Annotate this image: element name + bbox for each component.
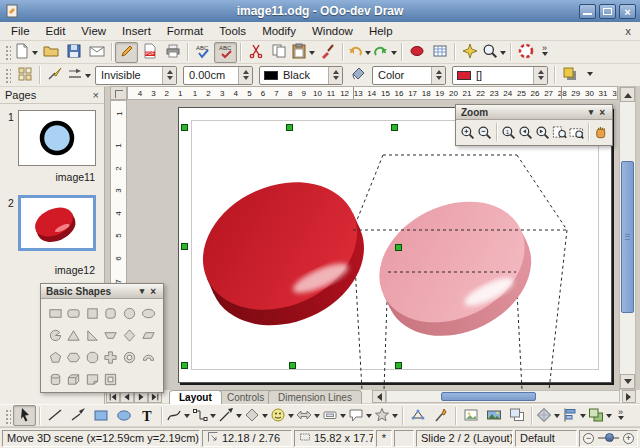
toolbar-overflow-button[interactable]: » [613,405,628,426]
circle-shape-button[interactable] [121,303,139,323]
zoom-in-button[interactable]: + [623,433,634,444]
spinner[interactable] [238,67,252,84]
palette-dropdown-button[interactable]: ▾ [136,286,149,296]
cylinder-shape-button[interactable] [46,369,64,389]
horizontal-ruler[interactable]: 4321123456789101112131415161718192021222… [127,86,618,100]
points-button[interactable] [406,405,429,426]
selection-handle[interactable] [181,124,188,131]
export-pdf-button[interactable]: PDF [138,42,161,63]
rounded-rectangle-shape-button[interactable] [65,303,83,323]
selection-handle[interactable] [181,362,188,369]
3d-objects-button[interactable] [535,405,561,426]
ellipse-shape-button[interactable] [139,303,157,323]
ellipse-button[interactable] [112,405,135,426]
cube-shape-button[interactable] [65,369,83,389]
minimize-button[interactable] [579,4,596,19]
shadow-button[interactable] [558,65,581,86]
undo-button[interactable] [346,42,372,63]
save-floppy-button[interactable] [62,42,85,63]
callouts-button[interactable] [347,405,373,426]
open-folder-button[interactable] [39,42,62,63]
zoom-previous-button[interactable] [517,123,534,142]
select-button[interactable] [13,405,36,426]
zoom-in-button[interactable] [459,123,476,142]
pink-disc-preview[interactable] [359,178,551,359]
selection-handle[interactable] [286,124,293,131]
selection-handle[interactable] [391,124,398,131]
gallery-button[interactable] [482,405,505,426]
redo-button[interactable] [372,42,398,63]
block-arc-shape-button[interactable] [139,347,157,367]
navigator-button[interactable] [458,42,481,63]
print-button[interactable] [161,42,184,63]
arrowheads-button[interactable] [66,65,92,86]
selection-handle[interactable] [395,362,402,369]
lines-arrows-button[interactable] [217,405,243,426]
fill-color-combo[interactable]: [] [452,66,548,85]
scroll-down-button[interactable] [620,374,635,389]
spinner[interactable] [533,67,547,84]
selection-handle[interactable] [395,244,402,251]
toolbar-options-button[interactable] [581,65,596,86]
menu-help[interactable]: Help [361,24,401,39]
zoom-slider[interactable]: − + [579,430,638,447]
scroll-left-button[interactable] [372,390,386,403]
spinner[interactable] [431,67,445,84]
shapes-palette-titlebar[interactable]: Basic Shapes ▾ × [41,284,163,299]
document-close-button[interactable]: x [616,25,640,37]
zoom-slider-track[interactable] [598,437,619,439]
menu-insert[interactable]: Insert [114,24,159,39]
octagon-shape-button[interactable] [83,347,101,367]
rectangle-button[interactable] [89,405,112,426]
clone-button[interactable] [505,405,528,426]
spinner[interactable] [328,67,342,84]
toolbar-grip[interactable] [4,408,11,424]
tab-controls[interactable]: Controls [217,390,274,404]
right-triangle-shape-button[interactable] [83,325,101,345]
entire-page-button[interactable] [551,123,568,142]
zoom-next-button[interactable] [534,123,551,142]
close-button[interactable]: × [619,4,636,19]
stars-button[interactable] [373,405,399,426]
line-width-spinner[interactable]: 0.00cm [183,66,253,85]
arrange-button[interactable] [587,405,613,426]
shift-button[interactable] [592,123,609,142]
help-button[interactable] [514,42,537,63]
chart-button[interactable] [405,42,428,63]
fill-type-combo[interactable]: Color [372,66,446,85]
line-color-combo[interactable]: Black [259,66,343,85]
spinner[interactable] [162,67,176,84]
menu-tools[interactable]: Tools [211,24,254,39]
status-position[interactable]: 12.18 / 2.76 [202,430,292,447]
selection-handle[interactable] [181,243,188,250]
horizontal-scroll-thumb[interactable] [441,392,536,401]
new-document-button[interactable] [13,42,39,63]
toolbar-overflow-button[interactable]: » [537,42,552,63]
page-thumbnail-2[interactable] [18,195,96,251]
frame-shape-button[interactable] [102,369,120,389]
zoom-out-button[interactable]: − [583,433,594,444]
menu-edit[interactable]: Edit [38,24,74,39]
curve-button[interactable] [165,405,191,426]
scroll-up-button[interactable] [620,87,635,102]
zoom-palette-titlebar[interactable]: Zoom ▾ × [456,105,612,120]
cross-shape-button[interactable] [102,347,120,367]
rectangle-shape-button[interactable] [46,303,64,323]
palette-dropdown-button[interactable]: ▾ [585,107,598,117]
copy-button[interactable] [267,42,290,63]
cut-button[interactable] [244,42,267,63]
palette-close-button[interactable]: × [597,107,607,118]
vertical-scroll-thumb[interactable] [621,161,634,313]
spellcheck-button[interactable]: ABC [191,42,214,63]
basic-shapes-button[interactable] [243,405,269,426]
flowchart-button[interactable] [321,405,347,426]
trapezoid-shape-button[interactable] [102,325,120,345]
rounded-square-shape-button[interactable] [102,303,120,323]
ring-shape-button[interactable] [121,347,139,367]
auto-spellcheck-button[interactable]: ABC [214,42,237,63]
zoom-out-button[interactable] [476,123,493,142]
fill-bucket-button[interactable] [346,65,369,86]
status-slide[interactable]: Slide 2 / 2 (Layout) [416,430,513,447]
vertical-scrollbar[interactable] [619,86,636,390]
text-button[interactable]: T [135,405,158,426]
